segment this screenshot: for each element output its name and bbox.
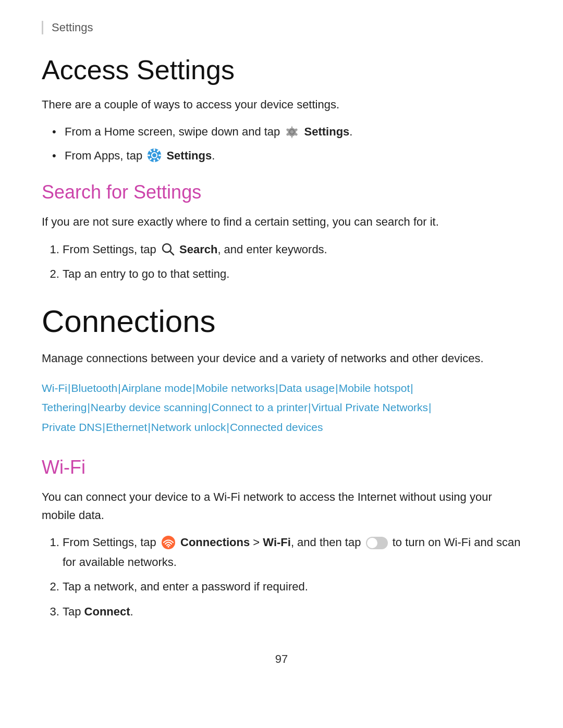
link-airplane[interactable]: Airplane mode (121, 382, 192, 394)
wifi-section: Wi-Fi You can connect your device to a W… (42, 456, 521, 621)
search-step1-prefix: From Settings, tap (63, 243, 156, 256)
breadcrumb: Settings (42, 21, 521, 34)
link-bluetooth[interactable]: Bluetooth (71, 382, 117, 394)
wifi-step-3: Tap Connect. (63, 602, 521, 621)
settings-blue-icon (147, 148, 162, 163)
sep-8: | (208, 401, 211, 413)
wifi-steps: From Settings, tap Connections > Wi-Fi, … (63, 533, 521, 621)
wifi-step-2: Tap a network, and enter a password if r… (63, 577, 521, 596)
wifi-step1-suffix1: , and then tap (291, 536, 361, 549)
access-settings-title: Access Settings (42, 55, 521, 85)
search-step1-suffix: , and enter keywords. (217, 243, 327, 256)
bullet1-suffix: . (349, 125, 352, 138)
sep-7: | (87, 401, 90, 413)
svg-point-16 (367, 538, 377, 548)
search-step-2: Tap an entry to go to that setting. (63, 264, 521, 283)
search-step1-bold: Search (179, 243, 217, 256)
bullet2-prefix: From Apps, tap (65, 149, 142, 162)
search-settings-intro: If you are not sure exactly where to fin… (42, 213, 521, 231)
link-data-usage[interactable]: Data usage (279, 382, 335, 394)
svg-rect-3 (154, 149, 155, 151)
sep-11: | (103, 421, 105, 433)
link-ethernet[interactable]: Ethernet (106, 421, 147, 433)
sep-10: | (429, 401, 431, 413)
breadcrumb-label: Settings (52, 21, 93, 34)
svg-point-14 (167, 546, 169, 547)
link-vpn[interactable]: Virtual Private Networks (311, 401, 428, 413)
link-private-dns[interactable]: Private DNS (42, 421, 102, 433)
search-step-1: From Settings, tap Search, and enter key… (63, 240, 521, 259)
wifi-step1-mid: > (250, 536, 263, 549)
bullet1-bold: Settings (304, 125, 350, 138)
link-tethering[interactable]: Tethering (42, 401, 87, 413)
bullet2-bold: Settings (166, 149, 212, 162)
svg-rect-5 (148, 154, 150, 156)
link-mobile-hotspot[interactable]: Mobile hotspot (339, 382, 410, 394)
toggle-icon (366, 537, 388, 549)
connections-intro: Manage connections between your device a… (42, 349, 521, 367)
sep-5: | (335, 382, 338, 394)
sep-2: | (118, 382, 120, 394)
search-icon (161, 242, 175, 256)
wifi-step1-prefix: From Settings, tap (63, 536, 156, 549)
search-steps: From Settings, tap Search, and enter key… (63, 240, 521, 284)
sep-4: | (275, 382, 278, 394)
sep-3: | (192, 382, 195, 394)
link-mobile-networks[interactable]: Mobile networks (196, 382, 275, 394)
search-settings-title: Search for Settings (42, 181, 521, 203)
svg-line-12 (170, 251, 174, 255)
wifi-title: Wi-Fi (42, 456, 521, 478)
sep-1: | (68, 382, 70, 394)
connections-links: Wi-Fi|Bluetooth|Airplane mode|Mobile net… (42, 378, 521, 437)
connections-icon (161, 535, 176, 550)
link-printer[interactable]: Connect to a printer (211, 401, 307, 413)
wifi-intro: You can connect your device to a Wi-Fi n… (42, 488, 521, 524)
connections-title: Connections (42, 304, 521, 339)
wifi-step1-bold1: Connections (180, 536, 250, 549)
bullet-item-1: From a Home screen, swipe down and tap S… (52, 122, 521, 141)
wifi-step3-prefix: Tap (63, 605, 81, 618)
wifi-step1-bold2: Wi-Fi (263, 536, 291, 549)
svg-rect-6 (158, 154, 161, 156)
sep-13: | (226, 421, 229, 433)
page-number: 97 (42, 652, 521, 682)
link-wifi[interactable]: Wi-Fi (42, 382, 67, 394)
wifi-step3-suffix: . (130, 605, 133, 618)
bullet-item-2: From Apps, tap Settings. (52, 146, 521, 165)
page-container: Settings Access Settings There are a cou… (0, 0, 563, 713)
sep-6: | (410, 382, 413, 394)
link-connected-devices[interactable]: Connected devices (230, 421, 323, 433)
bullet2-suffix: . (212, 149, 215, 162)
link-nearby-device[interactable]: Nearby device scanning (91, 401, 207, 413)
access-settings-bullets: From a Home screen, swipe down and tap S… (52, 122, 521, 165)
sep-12: | (148, 421, 150, 433)
wifi-step3-bold: Connect (84, 605, 130, 618)
link-network-unlock[interactable]: Network unlock (151, 421, 226, 433)
access-settings-intro: There are a couple of ways to access you… (42, 95, 521, 114)
sep-9: | (308, 401, 311, 413)
gear-icon (285, 125, 299, 139)
wifi-step-1: From Settings, tap Connections > Wi-Fi, … (63, 533, 521, 572)
svg-rect-4 (154, 159, 155, 162)
bullet1-prefix: From a Home screen, swipe down and tap (65, 125, 280, 138)
